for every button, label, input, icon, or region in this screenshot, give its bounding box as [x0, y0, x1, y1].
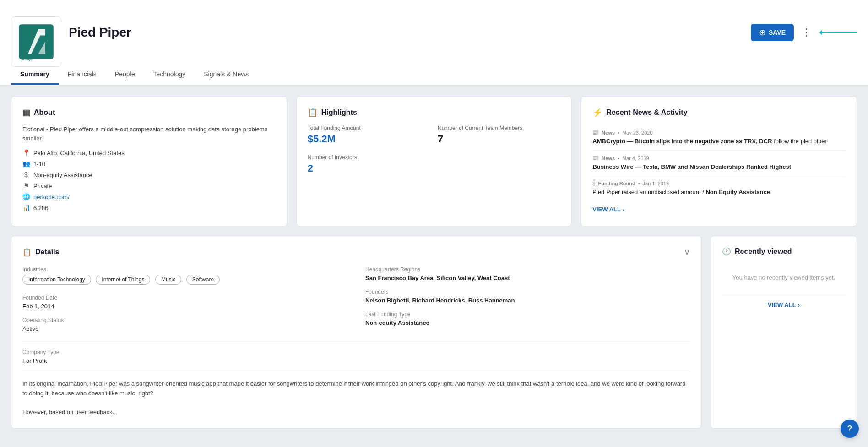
hq-field: Headquarters Regions San Francisco Bay A… — [365, 266, 690, 281]
industries-field: Industries Information Technology Intern… — [22, 266, 347, 287]
founders-value: Nelson Bighetti, Richard Hendricks, Russ… — [365, 297, 690, 304]
company-logo: piedpiper — [11, 16, 61, 67]
company-type-value: For Profit — [22, 357, 690, 364]
last-funding-value: Non-equity Assistance — [365, 319, 690, 326]
highlights-icon: 📋 — [308, 108, 318, 118]
arrow-indicator — [820, 32, 857, 33]
hq-value: San Francisco Bay Area, Silicon Valley, … — [365, 275, 690, 281]
last-funding-field: Last Funding Type Non-equity Assistance — [365, 311, 690, 326]
news-source-2: Funding Round — [598, 181, 635, 186]
company-type-field: Company Type For Profit — [22, 341, 690, 364]
news-date-1: Mar 4, 2019 — [622, 156, 649, 161]
about-title: ▦ About — [22, 108, 276, 118]
news-item-2: $ Funding Round • Jan 1, 2019 Pied Piper… — [592, 176, 846, 201]
investors-value: 2 — [308, 162, 430, 174]
team-item: Number of Current Team Members 7 — [438, 125, 560, 145]
view-all-news-link[interactable]: VIEW ALL › — [592, 206, 624, 213]
founded-field: Founded Date Feb 1, 2014 — [22, 295, 347, 310]
details-left-col: Industries Information Technology Intern… — [22, 266, 347, 339]
total-funding-value: $5.2M — [308, 133, 430, 145]
tab-people[interactable]: People — [106, 65, 144, 85]
svg-text:piedpiper: piedpiper — [21, 58, 34, 61]
tab-financials[interactable]: Financials — [59, 65, 106, 85]
location-icon: 📍 — [22, 149, 30, 156]
news-title-0[interactable]: AMBCrypto — Bitcoin slips into the negat… — [592, 137, 846, 145]
news-item-0: 📰 News • May 23, 2020 AMBCrypto — Bitcoi… — [592, 125, 846, 151]
save-button[interactable]: ⊕ SAVE — [751, 24, 794, 41]
chevron-down-icon[interactable]: ∨ — [684, 247, 690, 257]
about-employees: 👥 1-10 — [22, 160, 276, 167]
about-number: 📊 6,286 — [22, 204, 276, 211]
people-icon: 👥 — [22, 160, 30, 167]
industries-label: Industries — [22, 266, 347, 273]
save-label: SAVE — [769, 29, 786, 36]
tab-signals-news[interactable]: Signals & News — [195, 65, 258, 85]
news-source-1: News — [602, 156, 615, 161]
tag-it[interactable]: Information Technology — [22, 275, 91, 285]
highlights-grid: Total Funding Amount $5.2M Number of Cur… — [308, 125, 561, 174]
about-icon: ▦ — [22, 108, 30, 118]
news-source-0: News — [602, 130, 615, 135]
save-plus-icon: ⊕ — [759, 27, 766, 38]
top-cards-row: ▦ About Fictional - Pied Piper offers a … — [11, 96, 857, 226]
news-title-1[interactable]: Business Wire — Tesla, BMW and Nissan De… — [592, 163, 846, 171]
total-funding-item: Total Funding Amount $5.2M — [308, 125, 430, 145]
news-item-1: 📰 News • Mar 4, 2019 Business Wire — Tes… — [592, 151, 846, 176]
founders-label: Founders — [365, 289, 690, 295]
news-type-icon-0: 📰 — [592, 129, 599, 135]
operating-value: Active — [22, 325, 347, 332]
news-date-0: May 23, 2020 — [622, 130, 653, 135]
recently-viewed-card: 🕐 Recently viewed You have no recently v… — [711, 236, 857, 429]
news-title-2[interactable]: Pied Piper raised an undisclosed amount … — [592, 188, 846, 196]
more-options-button[interactable]: ⋮ — [797, 25, 815, 40]
details-header: 📋 Details ∨ — [22, 247, 690, 257]
about-funding-type: $ Non-equity Assistance — [22, 171, 276, 178]
total-funding-label: Total Funding Amount — [308, 125, 430, 131]
tag-software[interactable]: Software — [186, 275, 220, 285]
help-button[interactable]: ? — [841, 420, 859, 438]
dollar-icon: $ — [22, 171, 30, 178]
tag-iot[interactable]: Internet of Things — [96, 275, 150, 285]
hq-label: Headquarters Regions — [365, 266, 690, 273]
header: piedpiper Pied Piper ⊕ SAVE ⋮ Summary Fi… — [0, 0, 868, 85]
investors-item: Number of Investors 2 — [308, 154, 430, 174]
tab-technology[interactable]: Technology — [144, 65, 195, 85]
investors-label: Number of Investors — [308, 154, 430, 161]
main-content: ▦ About Fictional - Pied Piper offers a … — [0, 85, 868, 440]
operating-label: Operating Status — [22, 317, 347, 323]
recent-news-title: ⚡ Recent News & Activity — [592, 108, 846, 118]
news-type-icon-1: 📰 — [592, 155, 599, 161]
details-card: 📋 Details ∨ Industries Information Techn… — [11, 236, 701, 429]
about-card: ▦ About Fictional - Pied Piper offers a … — [11, 96, 287, 226]
news-meta-1: 📰 News • Mar 4, 2019 — [592, 155, 846, 161]
company-type-label: Company Type — [22, 349, 690, 355]
funding-icon: $ — [592, 181, 595, 186]
industries-tags: Information Technology Internet of Thing… — [22, 275, 347, 287]
news-meta-0: 📰 News • May 23, 2020 — [592, 129, 846, 135]
founders-field: Founders Nelson Bighetti, Richard Hendri… — [365, 289, 690, 304]
news-date-2: Jan 1, 2019 — [643, 181, 669, 186]
details-grid: Industries Information Technology Intern… — [22, 266, 690, 339]
help-icon: ? — [847, 424, 852, 434]
highlights-title: 📋 Highlights — [308, 108, 561, 118]
tab-summary[interactable]: Summary — [11, 65, 59, 85]
recently-viewed-view-all[interactable]: VIEW ALL › — [722, 296, 846, 308]
rv-chevron-right-icon: › — [798, 302, 800, 308]
tag-music[interactable]: Music — [155, 275, 181, 285]
flag-icon: ⚑ — [22, 182, 30, 189]
about-location: 📍 Palo Alto, California, United States — [22, 149, 276, 156]
globe-icon: 🌐 — [22, 193, 30, 200]
recent-news-card: ⚡ Recent News & Activity 📰 News • May 23… — [581, 96, 857, 226]
highlights-card: 📋 Highlights Total Funding Amount $5.2M … — [296, 96, 572, 226]
details-icon: 📋 — [22, 248, 32, 257]
news-meta-2: $ Funding Round • Jan 1, 2019 — [592, 181, 846, 186]
recently-viewed-empty: You have no recently viewed items yet. — [722, 265, 846, 290]
team-label: Number of Current Team Members — [438, 125, 560, 131]
last-funding-label: Last Funding Type — [365, 311, 690, 318]
operating-field: Operating Status Active — [22, 317, 347, 332]
founded-label: Founded Date — [22, 295, 347, 301]
team-value: 7 — [438, 133, 560, 145]
company-description: In its original incarnation, Pied Piper … — [22, 372, 690, 417]
clock-icon: 🕐 — [722, 247, 731, 256]
about-website[interactable]: 🌐 berkode.com/ — [22, 193, 276, 200]
